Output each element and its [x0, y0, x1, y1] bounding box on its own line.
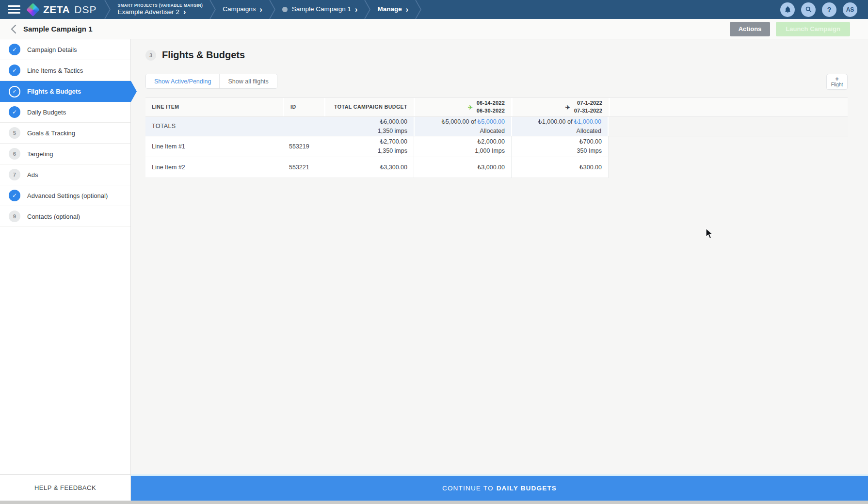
sidebar-item-contacts[interactable]: 9 Contacts (optional)	[0, 206, 130, 227]
sidebar-item-label: Contacts (optional)	[27, 213, 80, 220]
chevron-right-icon: ›	[183, 8, 186, 16]
plus-icon: +	[835, 76, 839, 82]
flight-2-allocated-amount[interactable]: ₺1,000.00	[574, 118, 601, 125]
flight-1-allocated-amount[interactable]: ₺5,000.00	[477, 118, 505, 125]
flight-2-amount: ₺300.00	[579, 163, 602, 172]
sidebar-item-targeting[interactable]: 6 Targeting	[0, 144, 130, 164]
col-header-flight-1[interactable]: ✈ 06-14-2022 06-30-2022	[414, 98, 511, 116]
flight-filter-group: Show Active/Pending Show all flights	[145, 74, 277, 89]
breadcrumb-project-label: SMART PROJECTS (VARIABLE MARGIN)	[117, 3, 203, 8]
check-icon: ✓	[9, 65, 20, 76]
breadcrumb-separator-icon	[415, 0, 421, 19]
sidebar-item-label: Flights & Budgets	[27, 88, 81, 95]
flight-start-date: 07-1-2022	[577, 99, 602, 107]
sidebar-item-line-items-tactics[interactable]: ✓ Line Items & Tactics	[0, 60, 130, 81]
sidebar-item-daily-budgets[interactable]: ✓ Daily Budgets	[0, 102, 130, 123]
col-header-flight-2[interactable]: ✈ 07-1-2022 07-31-2022	[511, 98, 609, 116]
flight-1-amount: ₺3,000.00	[477, 163, 505, 172]
col-header-line-item: LINE ITEM	[145, 98, 283, 116]
sidebar-item-advanced-settings[interactable]: ✓ Advanced Settings (optional)	[0, 185, 130, 206]
actions-button[interactable]: Actions	[730, 22, 771, 36]
zeta-dsp-logo[interactable]: ZETA DSP	[27, 0, 104, 19]
totals-label: TOTALS	[145, 117, 283, 136]
check-icon: ✓	[9, 190, 20, 201]
table-row[interactable]: Line Item #2 553221 ₺3,300.00 ₺3,000.00 …	[145, 157, 848, 178]
breadcrumb-separator-icon	[104, 0, 111, 19]
page-title: Sample Campaign 1	[23, 25, 93, 33]
totals-budget-imps: 1,350 imps	[378, 127, 407, 136]
line-item-id: 553221	[283, 157, 324, 178]
search-icon[interactable]	[801, 2, 816, 17]
flights-table: LINE ITEM ID TOTAL CAMPAIGN BUDGET ✈ 06-…	[145, 98, 848, 178]
logo-text-secondary: DSP	[74, 4, 96, 16]
flight-2-allocated-label: Allocated	[577, 127, 601, 136]
continue-button[interactable]: CONTINUE TO DAILY BUDGETS	[131, 474, 868, 501]
flight-1-allocated-label: Allocated	[480, 127, 505, 136]
check-icon: ✓	[9, 44, 20, 55]
launch-campaign-button[interactable]: Launch Campaign	[776, 22, 850, 36]
sidebar-item-goals-tracking[interactable]: 5 Goals & Tracking	[0, 123, 130, 144]
avatar[interactable]: AS	[843, 2, 857, 17]
main-content: 3 Flights & Budgets Show Active/Pending …	[131, 39, 868, 474]
budget-amount: ₺3,300.00	[380, 163, 407, 172]
show-all-flights-button[interactable]: Show all flights	[219, 74, 276, 88]
topnav-spacer	[421, 0, 780, 19]
show-active-pending-button[interactable]: Show Active/Pending	[146, 74, 219, 88]
flight-2-spent: ₺1,000.00 of	[538, 118, 573, 125]
line-item-budget-cell: ₺2,700.00 1,350 imps	[324, 136, 414, 157]
continue-emphasis: DAILY BUDGETS	[497, 485, 557, 492]
flight-end-date: 07-31-2022	[574, 107, 602, 115]
flight-end-date: 06-30-2022	[477, 107, 505, 115]
hamburger-menu-icon[interactable]	[0, 0, 27, 19]
top-nav-bar: ZETA DSP SMART PROJECTS (VARIABLE MARGIN…	[0, 0, 868, 19]
totals-budget-amount: ₺6,000.00	[380, 117, 407, 127]
totals-filler	[609, 117, 848, 136]
step-number-badge: 6	[9, 148, 20, 160]
sidebar-item-label: Advanced Settings (optional)	[27, 192, 108, 199]
table-row[interactable]: Line Item #1 553219 ₺2,700.00 1,350 imps…	[145, 136, 848, 157]
breadcrumb-advertiser[interactable]: SMART PROJECTS (VARIABLE MARGIN) Example…	[111, 0, 209, 19]
totals-budget-cell: ₺6,000.00 1,350 imps	[324, 117, 414, 136]
section-title: Flights & Budgets	[162, 49, 245, 61]
budget-imps: 1,350 imps	[378, 146, 407, 156]
step-number-badge: 5	[9, 127, 20, 139]
avatar-initials: AS	[846, 6, 854, 13]
row-filler	[609, 136, 848, 157]
line-item-budget-cell: ₺3,300.00	[324, 157, 414, 178]
breadcrumb-campaign[interactable]: Sample Campaign 1 ›	[275, 0, 365, 19]
back-button[interactable]	[7, 22, 20, 36]
plane-icon: ✈	[467, 104, 473, 111]
table-header-row: LINE ITEM ID TOTAL CAMPAIGN BUDGET ✈ 06-…	[145, 98, 848, 117]
flight-start-date: 06-14-2022	[477, 99, 505, 107]
breadcrumb-separator-icon	[209, 0, 216, 19]
line-item-name: Line Item #2	[145, 157, 283, 178]
flight-1-cell: ₺3,000.00	[414, 157, 511, 178]
add-flight-button[interactable]: + Flight	[826, 74, 848, 90]
breadcrumb-manage[interactable]: Manage ›	[370, 0, 415, 19]
step-sidebar: ✓ Campaign Details ✓ Line Items & Tactic…	[0, 39, 131, 474]
flight-1-spent: ₺5,000.00 of	[442, 118, 476, 125]
flight-2-amount: ₺700.00	[579, 137, 602, 146]
sidebar-item-flights-budgets[interactable]: ✓ Flights & Budgets	[0, 81, 137, 102]
sidebar-item-label: Ads	[27, 171, 38, 179]
sidebar-item-campaign-details[interactable]: ✓ Campaign Details	[0, 39, 130, 60]
budget-amount: ₺2,700.00	[380, 137, 407, 146]
notifications-bell-icon[interactable]	[780, 2, 795, 17]
chevron-right-icon: ›	[355, 6, 357, 14]
status-dot-icon	[282, 7, 288, 12]
help-feedback-button[interactable]: HELP & FEEDBACK	[0, 474, 131, 501]
flight-1-amount: ₺2,000.00	[477, 137, 505, 146]
breadcrumb-manage-label: Manage	[377, 5, 402, 13]
flight-2-imps: 350 Imps	[577, 146, 602, 156]
breadcrumb-advertiser-label: Example Advertiser 2	[117, 8, 179, 16]
totals-flight-2-cell: ₺1,000.00 of₺1,000.00 Allocated	[511, 117, 609, 136]
sidebar-item-ads[interactable]: 7 Ads	[0, 164, 130, 185]
help-icon[interactable]: ?	[822, 2, 836, 17]
breadcrumb-separator-icon	[364, 0, 370, 19]
breadcrumb-separator-icon	[269, 0, 275, 19]
breadcrumb-campaigns-label: Campaigns	[223, 5, 256, 13]
step-number-badge: 9	[9, 211, 20, 222]
breadcrumb-campaigns[interactable]: Campaigns ›	[216, 0, 269, 19]
flight-1-cell: ₺2,000.00 1,000 Imps	[414, 136, 511, 157]
plane-icon: ✈	[565, 104, 570, 111]
